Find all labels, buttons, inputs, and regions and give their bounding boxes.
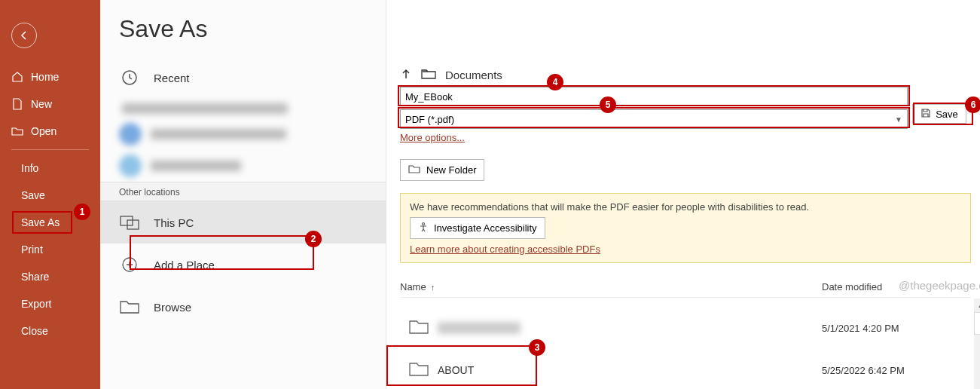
nav-export[interactable]: Export	[0, 290, 100, 317]
blurred-account-2	[100, 118, 386, 150]
filetype-select[interactable]: PDF (*.pdf) ▼	[400, 109, 908, 129]
blurred-account-1	[100, 99, 386, 118]
chevron-down-icon: ▼	[895, 115, 902, 124]
accessibility-icon	[418, 222, 429, 234]
sort-arrow-up-icon: ↑	[431, 283, 435, 292]
investigate-accessibility-button[interactable]: Investigate Accessibility	[410, 217, 545, 239]
svg-rect-1	[121, 216, 133, 225]
breadcrumb: Documents	[400, 68, 971, 82]
scroll-up-icon[interactable]: ▲	[974, 299, 980, 312]
document-icon	[11, 98, 23, 110]
nav-label: Home	[31, 71, 59, 83]
scrollbar[interactable]: ▲	[974, 299, 980, 389]
badge-3: 3	[529, 339, 545, 356]
nav-label: New	[31, 98, 52, 110]
clock-icon	[119, 67, 140, 88]
file-row[interactable]: 5/1/2021 4:20 PM	[400, 307, 971, 349]
home-icon	[11, 71, 23, 83]
nav-close[interactable]: Close	[0, 317, 100, 345]
blurred-filename	[438, 322, 521, 334]
location-label: Add a Place	[154, 259, 215, 271]
nav-label: Open	[31, 125, 56, 137]
pc-icon	[119, 212, 140, 233]
folder-icon	[408, 318, 429, 338]
nav-label: Save	[21, 189, 45, 201]
location-add-place[interactable]: Add a Place	[100, 244, 386, 286]
folder-icon	[408, 360, 429, 380]
scrollbar-thumb[interactable]	[974, 312, 980, 335]
nav-new[interactable]: New	[0, 90, 100, 118]
nav-home[interactable]: Home	[0, 63, 100, 90]
badge-6: 6	[965, 96, 980, 113]
backstage-sidebar: Home New Open Info Save Save As Print Sh…	[0, 0, 100, 389]
filename-input[interactable]	[400, 87, 908, 106]
location-recent[interactable]: Recent	[100, 57, 386, 99]
up-icon[interactable]	[400, 68, 412, 82]
file-date: 5/1/2021 4:20 PM	[822, 323, 899, 334]
nav-label: Print	[21, 244, 43, 256]
learn-more-link[interactable]: Learn more about creating accessible PDF…	[410, 244, 961, 255]
sidebar-divider	[11, 149, 89, 150]
location-label: Browse	[154, 301, 191, 314]
investigate-label: Investigate Accessibility	[434, 222, 537, 234]
file-list: 5/1/2021 4:20 PM ABOUT 5/25/2022 6:42 PM	[400, 307, 971, 389]
location-label: This PC	[154, 216, 194, 229]
nav-label: Save As	[21, 216, 60, 228]
name-column-header[interactable]: Name ↑	[400, 281, 822, 293]
nav-label: Close	[21, 325, 48, 337]
more-options-link[interactable]: More options...	[400, 132, 465, 143]
breadcrumb-label[interactable]: Documents	[445, 69, 502, 81]
page-title: Save As	[100, 15, 386, 57]
location-browse[interactable]: Browse	[100, 286, 386, 328]
new-folder-icon	[408, 164, 420, 176]
watermark: @thegeekpage.com	[899, 279, 980, 292]
badge-4: 4	[547, 74, 563, 90]
nav-share[interactable]: Share	[0, 263, 100, 290]
nav-label: Export	[21, 298, 51, 310]
nav-info[interactable]: Info	[0, 155, 100, 182]
file-list-header: Name ↑ Date modified	[400, 281, 971, 298]
file-date: 5/25/2022 6:42 PM	[822, 365, 905, 376]
add-place-icon	[119, 254, 140, 275]
nav-label: Info	[21, 162, 38, 174]
new-folder-button[interactable]: New Folder	[400, 159, 484, 181]
folder-open-icon	[11, 125, 23, 137]
folder-icon	[119, 296, 140, 317]
location-this-pc[interactable]: This PC	[100, 201, 386, 244]
filetype-value: PDF (*.pdf)	[405, 114, 454, 125]
nav-print[interactable]: Print	[0, 236, 100, 263]
accessibility-banner: We have recommendations that will make t…	[400, 193, 971, 263]
save-button-label: Save	[936, 109, 958, 120]
svg-point-4	[423, 223, 425, 225]
location-label: Recent	[154, 72, 190, 84]
location-panel: Save As Recent Other locations This PC A…	[100, 0, 386, 389]
file-row[interactable]: ABOUT 5/25/2022 6:42 PM	[400, 349, 971, 389]
arrow-left-icon	[18, 29, 30, 41]
save-button[interactable]: Save	[912, 104, 966, 124]
folder-open-icon	[421, 68, 436, 82]
badge-2: 2	[305, 231, 322, 247]
save-icon	[920, 108, 931, 121]
new-folder-label: New Folder	[426, 164, 476, 176]
nav-open[interactable]: Open	[0, 118, 100, 145]
blurred-account-3	[100, 150, 386, 182]
badge-1: 1	[74, 204, 90, 220]
back-button[interactable]	[11, 23, 37, 48]
save-main-panel: Documents PDF (*.pdf) ▼ More options... …	[386, 0, 980, 389]
file-name: ABOUT	[438, 364, 822, 376]
accessibility-message: We have recommendations that will make t…	[410, 201, 961, 213]
badge-5: 5	[600, 96, 616, 113]
nav-label: Share	[21, 271, 49, 283]
other-locations-header: Other locations	[100, 182, 386, 201]
